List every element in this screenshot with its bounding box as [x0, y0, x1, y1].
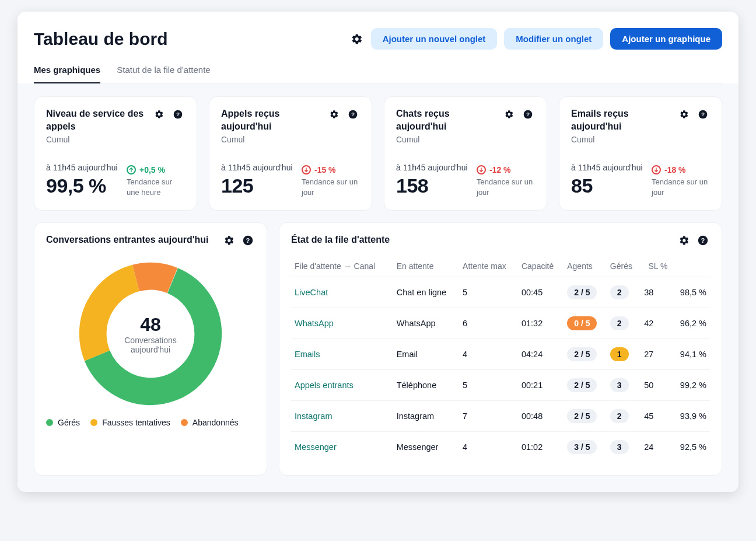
cell-waiting: 5 [459, 277, 518, 308]
arrow-down-icon [302, 165, 311, 174]
trend-label: Tendance sur un jour [652, 177, 710, 197]
arrow-down-icon [477, 165, 486, 174]
legend-dot-icon [46, 419, 53, 426]
kpi-card: Niveau de service des appels Cumul ? à 1… [34, 96, 197, 211]
gear-icon[interactable] [677, 233, 691, 247]
col-handled[interactable]: Gérés [607, 256, 640, 277]
cell-waiting: 5 [459, 370, 518, 401]
add-tab-button[interactable]: Ajouter un nouvel onglet [371, 28, 498, 50]
col-agents[interactable]: Agents [564, 256, 607, 277]
svg-text:?: ? [246, 237, 250, 244]
help-icon[interactable]: ? [346, 107, 360, 121]
svg-text:?: ? [176, 111, 180, 117]
kpi-title: Niveau de service des appels [46, 107, 148, 132]
legend-label: Gérés [58, 418, 80, 427]
cell-waiting: 4 [459, 432, 518, 463]
queue-link[interactable]: LiveChat [295, 288, 328, 297]
col-maxwait[interactable]: Attente max [459, 256, 518, 277]
col-queue[interactable]: File d'attente → Canal [291, 256, 393, 277]
help-icon[interactable]: ? [696, 107, 710, 121]
agents-pill: 3 [610, 378, 629, 392]
agents-pill: 3 [610, 440, 629, 454]
queue-link[interactable]: WhatsApp [295, 319, 334, 328]
queue-link[interactable]: Appels entrants [295, 381, 354, 390]
svg-text:?: ? [526, 111, 530, 117]
gear-icon[interactable] [677, 107, 691, 121]
agents-pill: 2 [610, 409, 629, 423]
gear-icon[interactable] [222, 233, 236, 247]
kpi-value: 99,5 % [46, 174, 118, 197]
kpi-title: Emails reçus aujourd'hui [571, 107, 673, 132]
kpi-title: Appels reçus aujourd'hui [221, 107, 323, 132]
tab-queue-status[interactable]: Statut de la file d'attente [117, 65, 210, 83]
cell-sl: 99,2 % [671, 370, 710, 401]
svg-text:?: ? [351, 111, 355, 117]
cell-maxwait: 01:02 [518, 432, 564, 463]
agents-pill: 2 [610, 285, 629, 299]
donut-legend: GérésFausses tentativesAbandonnés [46, 418, 255, 427]
table-row: LiveChat Chat en ligne 5 00:45 2 / 5 2 3… [291, 277, 710, 308]
cell-handled: 38 [640, 277, 671, 308]
help-icon[interactable]: ? [521, 107, 535, 121]
trend-badge: -15 % [302, 165, 336, 174]
header: Tableau de bord Ajouter un nouvel onglet… [34, 28, 722, 50]
col-sl[interactable]: SL % [640, 256, 671, 277]
donut-title: Conversations entrantes aujourd'hui [46, 233, 209, 246]
kpi-time: à 11h45 aujourd'hui [221, 163, 293, 172]
cell-handled: 50 [640, 370, 671, 401]
agents-pill: 1 [610, 347, 629, 361]
table-row: Messenger Messenger 4 01:02 3 / 5 3 24 9… [291, 432, 710, 463]
edit-tab-button[interactable]: Modifier un onglet [504, 28, 603, 50]
trend-label: Tendance sur un jour [477, 177, 535, 197]
kpi-sub: Cumul [571, 135, 673, 144]
help-icon[interactable]: ? [241, 233, 255, 247]
queue-link[interactable]: Messenger [295, 442, 337, 452]
cell-sl: 93,9 % [671, 401, 710, 432]
card-queue-state: État de la file d'attente ? File d'atten… [279, 222, 722, 476]
cell-sl: 98,5 % [671, 277, 710, 308]
app-frame: Tableau de bord Ajouter un nouvel onglet… [18, 12, 738, 492]
capacity-pill: 2 / 5 [567, 409, 597, 423]
trend-badge: +0,5 % [127, 165, 165, 174]
help-icon[interactable]: ? [171, 107, 185, 121]
gear-icon[interactable] [152, 107, 166, 121]
queue-tbody: LiveChat Chat en ligne 5 00:45 2 / 5 2 3… [291, 277, 710, 463]
cell-waiting: 6 [459, 308, 518, 339]
svg-text:?: ? [701, 237, 705, 244]
svg-text:?: ? [701, 111, 705, 117]
capacity-pill: 2 / 5 [567, 347, 597, 361]
cell-sl: 94,1 % [671, 339, 710, 370]
page-title: Tableau de bord [34, 29, 167, 49]
kpi-sub: Cumul [221, 135, 323, 144]
tab-my-charts[interactable]: Mes graphiques [34, 65, 100, 83]
queue-link[interactable]: Emails [295, 350, 320, 359]
cell-maxwait: 00:21 [518, 370, 564, 401]
dashboard-body: Niveau de service des appels Cumul ? à 1… [18, 83, 738, 492]
donut-center-value: 48 [124, 314, 177, 336]
gear-icon[interactable] [502, 107, 516, 121]
gear-icon[interactable] [350, 32, 364, 46]
tabs: Mes graphiques Statut de la file d'atten… [34, 65, 722, 83]
cell-maxwait: 00:48 [518, 401, 564, 432]
kpi-row: Niveau de service des appels Cumul ? à 1… [34, 96, 722, 211]
kpi-title: Chats reçus aujourd'hui [396, 107, 498, 132]
add-chart-button[interactable]: Ajouter un graphique [610, 28, 722, 50]
kpi-value: 125 [221, 174, 293, 197]
trend-value: -12 % [489, 165, 511, 174]
cell-sl: 96,2 % [671, 308, 710, 339]
trend-value: +0,5 % [139, 165, 165, 174]
help-icon[interactable]: ? [696, 233, 710, 247]
kpi-sub: Cumul [396, 135, 498, 144]
col-waiting[interactable]: En attente [393, 256, 459, 277]
cell-maxwait: 04:24 [518, 339, 564, 370]
cell-maxwait: 00:45 [518, 277, 564, 308]
table-row: Instagram Instagram 7 00:48 2 / 5 2 45 9… [291, 401, 710, 432]
cell-channel: Email [393, 339, 459, 370]
queue-title: État de la file d'attente [291, 233, 390, 246]
trend-badge: -18 % [652, 165, 686, 174]
queue-link[interactable]: Instagram [295, 411, 332, 421]
gear-icon[interactable] [327, 107, 341, 121]
kpi-value: 158 [396, 174, 468, 197]
kpi-time: à 11h45 aujourd'hui [571, 163, 643, 172]
col-capacity[interactable]: Capacité [518, 256, 564, 277]
